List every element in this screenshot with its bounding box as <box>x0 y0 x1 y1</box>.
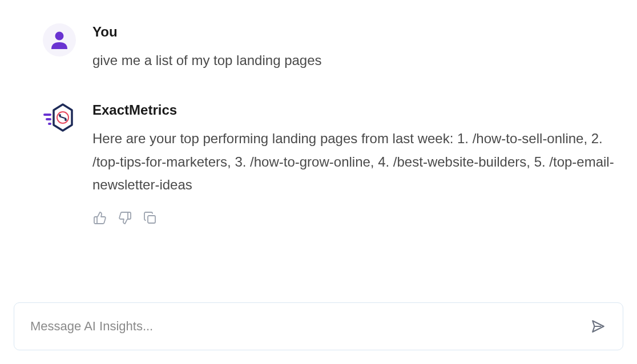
user-message: You give me a list of my top landing pag… <box>42 23 623 72</box>
assistant-message-content: ExactMetrics Here are your top performin… <box>92 101 623 225</box>
user-avatar <box>42 23 76 57</box>
send-icon <box>591 319 606 334</box>
message-input[interactable] <box>30 319 580 334</box>
user-author-label: You <box>92 24 623 40</box>
assistant-avatar <box>42 101 76 135</box>
svg-rect-8 <box>148 216 155 223</box>
svg-point-0 <box>55 32 64 41</box>
send-button[interactable] <box>590 318 607 335</box>
user-message-content: You give me a list of my top landing pag… <box>92 23 623 72</box>
thumbs-up-button[interactable] <box>92 211 107 225</box>
thumbs-down-icon <box>118 211 132 225</box>
svg-rect-7 <box>48 123 51 125</box>
exactmetrics-logo-icon <box>42 102 76 134</box>
assistant-message-text: Here are your top performing landing pag… <box>92 127 623 197</box>
thumbs-up-icon <box>93 211 107 225</box>
svg-rect-5 <box>43 114 51 116</box>
assistant-author-label: ExactMetrics <box>92 102 623 118</box>
thumbs-down-button[interactable] <box>118 211 132 225</box>
svg-point-3 <box>59 114 61 116</box>
chat-container: You give me a list of my top landing pag… <box>14 23 623 302</box>
svg-point-4 <box>64 119 67 121</box>
message-input-container <box>14 302 623 350</box>
svg-rect-6 <box>46 118 51 120</box>
user-message-text: give me a list of my top landing pages <box>92 49 623 72</box>
copy-button[interactable] <box>143 211 158 225</box>
assistant-message: ExactMetrics Here are your top performin… <box>42 101 623 225</box>
copy-icon <box>143 211 157 225</box>
person-icon <box>48 29 71 51</box>
feedback-actions <box>92 211 623 225</box>
